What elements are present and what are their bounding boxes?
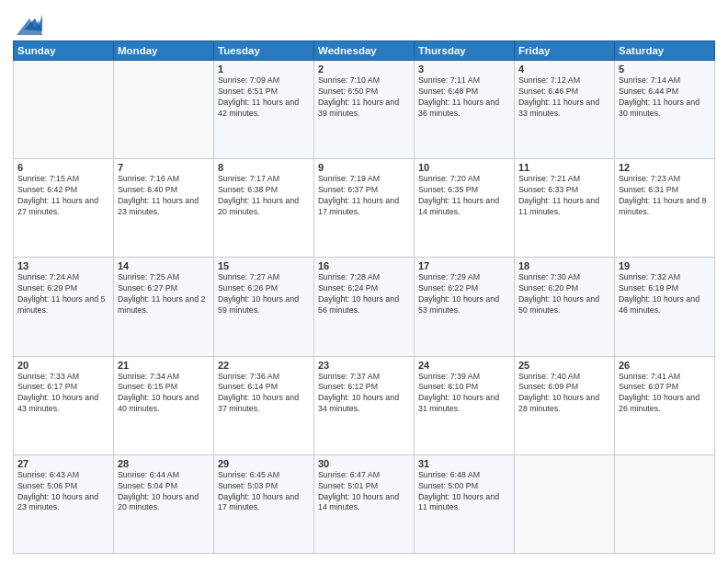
calendar-cell: 2Sunrise: 7:10 AMSunset: 6:50 PMDaylight… xyxy=(314,61,415,159)
days-of-week-row: SundayMondayTuesdayWednesdayThursdayFrid… xyxy=(14,41,715,61)
day-number: 12 xyxy=(619,162,711,173)
day-number: 27 xyxy=(17,458,109,469)
day-number: 23 xyxy=(318,360,410,371)
day-number: 22 xyxy=(218,360,310,371)
day-info: Sunrise: 7:21 AMSunset: 6:33 PMDaylight:… xyxy=(518,174,610,218)
calendar-cell: 16Sunrise: 7:28 AMSunset: 6:24 PMDayligh… xyxy=(314,258,415,356)
day-number: 9 xyxy=(318,162,410,173)
day-number: 30 xyxy=(318,458,410,469)
day-number: 26 xyxy=(619,360,711,371)
calendar-cell: 26Sunrise: 7:41 AMSunset: 6:07 PMDayligh… xyxy=(615,356,715,454)
day-info: Sunrise: 7:32 AMSunset: 6:19 PMDaylight:… xyxy=(619,272,711,316)
day-info: Sunrise: 7:16 AMSunset: 6:40 PMDaylight:… xyxy=(118,174,210,218)
day-info: Sunrise: 7:34 AMSunset: 6:15 PMDaylight:… xyxy=(118,372,210,416)
day-number: 29 xyxy=(218,458,310,469)
day-info: Sunrise: 7:19 AMSunset: 6:37 PMDaylight:… xyxy=(318,174,410,218)
day-of-week-tuesday: Tuesday xyxy=(214,41,314,61)
calendar-cell: 18Sunrise: 7:30 AMSunset: 6:20 PMDayligh… xyxy=(515,258,615,356)
day-info: Sunrise: 7:30 AMSunset: 6:20 PMDaylight:… xyxy=(518,272,610,316)
calendar-cell: 23Sunrise: 7:37 AMSunset: 6:12 PMDayligh… xyxy=(314,356,415,454)
day-number: 25 xyxy=(518,360,610,371)
day-info: Sunrise: 7:09 AMSunset: 6:51 PMDaylight:… xyxy=(218,75,310,120)
calendar-cell: 10Sunrise: 7:20 AMSunset: 6:35 PMDayligh… xyxy=(415,159,515,258)
day-number: 15 xyxy=(218,260,310,271)
day-number: 21 xyxy=(118,360,210,371)
day-number: 4 xyxy=(518,63,610,75)
day-number: 20 xyxy=(17,360,109,371)
calendar-cell: 9Sunrise: 7:19 AMSunset: 6:37 PMDaylight… xyxy=(314,159,415,258)
header xyxy=(13,9,715,35)
day-info: Sunrise: 7:23 AMSunset: 6:31 PMDaylight:… xyxy=(619,174,711,218)
calendar-cell: 30Sunrise: 6:47 AMSunset: 5:01 PMDayligh… xyxy=(314,454,415,553)
day-info: Sunrise: 6:43 AMSunset: 5:06 PMDaylight:… xyxy=(17,470,109,514)
calendar-cell: 31Sunrise: 6:48 AMSunset: 5:00 PMDayligh… xyxy=(415,454,515,553)
day-number: 6 xyxy=(17,162,109,173)
calendar-cell: 25Sunrise: 7:40 AMSunset: 6:09 PMDayligh… xyxy=(515,356,615,454)
calendar-cell: 11Sunrise: 7:21 AMSunset: 6:33 PMDayligh… xyxy=(515,159,615,258)
day-number: 13 xyxy=(17,260,109,271)
calendar-cell: 6Sunrise: 7:15 AMSunset: 6:42 PMDaylight… xyxy=(14,159,114,258)
day-info: Sunrise: 7:39 AMSunset: 6:10 PMDaylight:… xyxy=(418,372,510,416)
calendar-cell: 7Sunrise: 7:16 AMSunset: 6:40 PMDaylight… xyxy=(114,159,214,258)
calendar-cell: 13Sunrise: 7:24 AMSunset: 6:29 PMDayligh… xyxy=(14,258,114,356)
calendar-cell: 5Sunrise: 7:14 AMSunset: 6:44 PMDaylight… xyxy=(615,61,715,159)
calendar-cell: 20Sunrise: 7:33 AMSunset: 6:17 PMDayligh… xyxy=(14,356,114,454)
day-info: Sunrise: 7:15 AMSunset: 6:42 PMDaylight:… xyxy=(17,174,109,218)
day-number: 5 xyxy=(619,63,711,75)
svg-marker-1 xyxy=(17,18,42,35)
calendar-body: 1Sunrise: 7:09 AMSunset: 6:51 PMDaylight… xyxy=(14,61,715,554)
day-info: Sunrise: 7:24 AMSunset: 6:29 PMDaylight:… xyxy=(17,272,109,316)
calendar-cell xyxy=(14,61,114,159)
week-row-3: 13Sunrise: 7:24 AMSunset: 6:29 PMDayligh… xyxy=(14,258,715,356)
day-number: 17 xyxy=(418,260,510,271)
calendar-cell: 24Sunrise: 7:39 AMSunset: 6:10 PMDayligh… xyxy=(415,356,515,454)
day-number: 1 xyxy=(218,63,310,75)
day-info: Sunrise: 7:40 AMSunset: 6:09 PMDaylight:… xyxy=(518,372,610,416)
day-of-week-sunday: Sunday xyxy=(14,41,114,61)
day-number: 8 xyxy=(218,162,310,173)
week-row-1: 1Sunrise: 7:09 AMSunset: 6:51 PMDaylight… xyxy=(14,61,715,159)
calendar-cell: 14Sunrise: 7:25 AMSunset: 6:27 PMDayligh… xyxy=(114,258,214,356)
calendar-table: SundayMondayTuesdayWednesdayThursdayFrid… xyxy=(13,40,715,554)
calendar-header: SundayMondayTuesdayWednesdayThursdayFrid… xyxy=(14,41,715,61)
day-info: Sunrise: 7:25 AMSunset: 6:27 PMDaylight:… xyxy=(118,272,210,316)
logo-icon xyxy=(17,9,42,35)
day-number: 16 xyxy=(318,260,410,271)
day-info: Sunrise: 7:33 AMSunset: 6:17 PMDaylight:… xyxy=(17,372,109,416)
day-number: 19 xyxy=(619,260,711,271)
day-of-week-friday: Friday xyxy=(515,41,615,61)
day-info: Sunrise: 7:11 AMSunset: 6:48 PMDaylight:… xyxy=(418,75,510,120)
calendar-cell: 19Sunrise: 7:32 AMSunset: 6:19 PMDayligh… xyxy=(615,258,715,356)
page: SundayMondayTuesdayWednesdayThursdayFrid… xyxy=(0,0,728,563)
day-number: 24 xyxy=(418,360,510,371)
day-info: Sunrise: 7:36 AMSunset: 6:14 PMDaylight:… xyxy=(218,372,310,416)
calendar-cell xyxy=(615,454,715,553)
calendar-cell: 4Sunrise: 7:12 AMSunset: 6:46 PMDaylight… xyxy=(515,61,615,159)
calendar-cell: 21Sunrise: 7:34 AMSunset: 6:15 PMDayligh… xyxy=(114,356,214,454)
calendar-cell: 3Sunrise: 7:11 AMSunset: 6:48 PMDaylight… xyxy=(415,61,515,159)
day-number: 10 xyxy=(418,162,510,173)
week-row-4: 20Sunrise: 7:33 AMSunset: 6:17 PMDayligh… xyxy=(14,356,715,454)
calendar-cell: 17Sunrise: 7:29 AMSunset: 6:22 PMDayligh… xyxy=(415,258,515,356)
day-number: 7 xyxy=(118,162,210,173)
day-of-week-saturday: Saturday xyxy=(615,41,715,61)
day-info: Sunrise: 7:28 AMSunset: 6:24 PMDaylight:… xyxy=(318,272,410,316)
calendar-cell: 1Sunrise: 7:09 AMSunset: 6:51 PMDaylight… xyxy=(214,61,314,159)
day-info: Sunrise: 6:44 AMSunset: 5:04 PMDaylight:… xyxy=(118,470,210,514)
day-of-week-wednesday: Wednesday xyxy=(314,41,415,61)
calendar-cell xyxy=(515,454,615,553)
day-info: Sunrise: 7:12 AMSunset: 6:46 PMDaylight:… xyxy=(518,75,610,120)
day-number: 14 xyxy=(118,260,210,271)
day-info: Sunrise: 7:41 AMSunset: 6:07 PMDaylight:… xyxy=(619,372,711,416)
day-info: Sunrise: 6:47 AMSunset: 5:01 PMDaylight:… xyxy=(318,470,410,514)
day-info: Sunrise: 7:20 AMSunset: 6:35 PMDaylight:… xyxy=(418,174,510,218)
calendar-cell xyxy=(114,61,214,159)
day-number: 31 xyxy=(418,458,510,469)
day-number: 3 xyxy=(418,63,510,75)
calendar-cell: 29Sunrise: 6:45 AMSunset: 5:03 PMDayligh… xyxy=(214,454,314,553)
calendar-cell: 27Sunrise: 6:43 AMSunset: 5:06 PMDayligh… xyxy=(14,454,114,553)
day-info: Sunrise: 6:48 AMSunset: 5:00 PMDaylight:… xyxy=(418,470,510,514)
day-of-week-thursday: Thursday xyxy=(415,41,515,61)
logo xyxy=(13,9,42,35)
day-number: 11 xyxy=(518,162,610,173)
